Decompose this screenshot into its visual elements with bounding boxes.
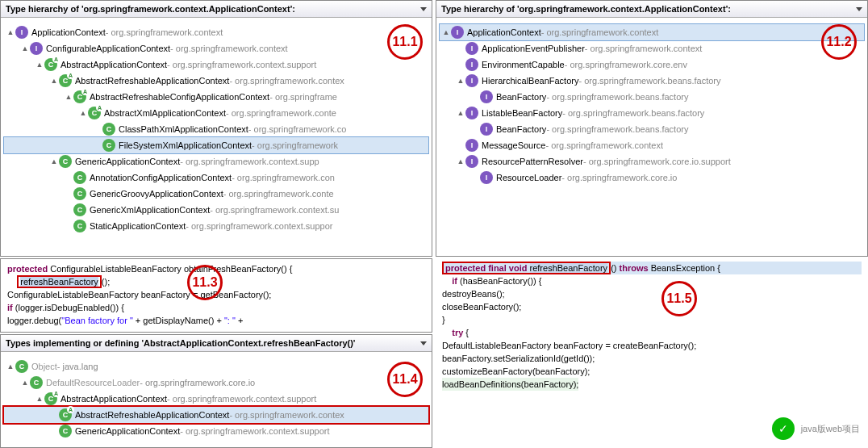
type-name: ApplicationContext [31,24,106,40]
tree-item-BeanFactory[interactable]: IBeanFactory - org.springframework.beans… [440,121,864,137]
tree-item-ResourceLoader[interactable]: IResourceLoader - org.springframework.co… [440,170,864,186]
class-icon: CA [59,408,72,421]
view-menu-icon[interactable] [420,341,427,345]
package-name: - org.springframework.co [248,121,347,137]
twisty-icon[interactable]: ▲ [6,24,15,40]
string-literal: "Bean factory for " [61,316,133,325]
implementors-panel: Types implementing or defining 'Abstract… [0,334,432,448]
package-name: - org.springframework.context.suppor [186,218,332,234]
code-text: (logger.isDebugEnabled()) { [13,303,124,312]
wechat-icon: ✓ [772,417,795,440]
class-icon: C [73,171,86,184]
tree-item-AnnotationConfigApplicationContext[interactable]: CAnnotationConfigApplicationContext - or… [4,170,428,186]
class-icon: C [59,155,72,168]
kw-if: if [452,276,457,286]
package-name: - org.springframework [252,137,338,153]
twisty-icon[interactable]: ▲ [49,73,59,89]
type-hierarchy-panel-supertypes: Type hierarchy of 'org.springframework.c… [436,0,868,257]
tree-item-ListableBeanFactory[interactable]: ▲IListableBeanFactory - org.springframew… [440,105,864,121]
tree-item-GenericApplicationContext[interactable]: CGenericApplicationContext - org.springf… [4,423,428,439]
type-name: ClassPathXmlApplicationContext [119,121,248,137]
kw-if: if [7,303,13,312]
class-icon: CA [44,392,57,405]
tree-item-AbstractRefreshableConfigApplicationContext[interactable]: ▲CAAbstractRefreshableConfigApplicationC… [4,89,428,105]
type-tree[interactable]: ▲IApplicationContext - org.springframewo… [436,18,867,253]
tree-item-ApplicationEventPublisher[interactable]: IApplicationEventPublisher - org.springf… [440,40,864,57]
tree-item-MessageSource[interactable]: IMessageSource - org.springframework.con… [440,137,864,153]
watermark: ✓ java版web项目 [772,417,860,440]
type-hierarchy-panel-subtypes: Type hierarchy of 'org.springframework.c… [0,0,432,257]
package-name: - org.springframework.context [541,24,659,40]
type-name: AbstractRefreshableApplicationContext [75,407,229,423]
twisty-icon[interactable]: ▲ [64,89,73,105]
tree-item-AbstractApplicationContext[interactable]: ▲CAAbstractApplicationContext - org.spri… [4,391,428,407]
code-text: { [463,328,469,337]
type-name: DefaultResourceLoader [46,375,140,391]
view-menu-icon[interactable] [420,7,427,11]
twisty-icon[interactable]: ▲ [456,73,465,89]
tree-item-ApplicationContext[interactable]: ▲IApplicationContext - org.springframewo… [4,24,428,40]
panel-header: Type hierarchy of 'org.springframework.c… [436,1,867,18]
tree-item-DefaultResourceLoader[interactable]: ▲CDefaultResourceLoader - org.springfram… [4,375,428,391]
class-icon: C [59,425,72,438]
type-name: ApplicationEventPublisher [482,40,585,57]
tree-item-AbstractApplicationContext[interactable]: ▲CAAbstractApplicationContext - org.spri… [4,57,428,73]
package-name: - org.springframework.core.io.support [583,153,731,170]
tree-item-GenericXmlApplicationContext[interactable]: CGenericXmlApplicationContext - org.spri… [4,202,428,218]
tree-item-ConfigurableApplicationContext[interactable]: ▲IConfigurableApplicationContext - org.s… [4,40,428,57]
badge-11-1: 11.1 [387,24,423,60]
panel-title: Type hierarchy of 'org.springframework.c… [6,4,295,14]
twisty-icon[interactable]: ▲ [441,24,451,40]
twisty-icon[interactable]: ▲ [456,153,465,170]
call-refreshBeanFactory[interactable]: refreshBeanFactory [20,277,98,287]
code-line: } [442,313,862,326]
badge-11-5: 11.5 [661,281,697,316]
type-name: GenericApplicationContext [75,423,180,439]
tree-item-Object[interactable]: ▲CObject - java.lang [4,358,428,375]
tree-item-AbstractRefreshableApplicationContext[interactable]: ▲CAAbstractRefreshableApplicationContext… [4,73,428,89]
package-name: - org.springframework.contex [229,73,344,89]
type-tree[interactable]: ▲IApplicationContext - org.springframewo… [1,18,432,253]
type-name: MessageSource [482,137,546,153]
twisty-icon[interactable]: ▲ [456,105,465,121]
view-menu-icon[interactable] [856,7,862,11]
interface-icon: I [15,26,28,39]
interface-icon: I [465,74,478,87]
tree-item-AbstractXmlApplicationContext[interactable]: ▲CAAbstractXmlApplicationContext - org.s… [4,105,428,121]
return-type: ConfigurableListableBeanFactory [50,264,182,274]
package-name: - org.springframework.beans.factory [546,121,688,137]
tree-item-GenericGroovyApplicationContext[interactable]: CGenericGroovyApplicationContext - org.s… [4,186,428,202]
type-name: AbstractRefreshableConfigApplicationCont… [90,89,269,105]
package-name: - org.springframework.context.su [210,202,339,218]
twisty-icon[interactable]: ▲ [6,358,15,375]
tree-item-ClassPathXmlApplicationContext[interactable]: CClassPathXmlApplicationContext - org.sp… [4,121,428,137]
tree-item-FileSystemXmlApplicationContext[interactable]: CFileSystemXmlApplicationContext - org.s… [4,137,428,153]
package-name: - org.springframework.context [106,24,223,40]
type-name: BeanFactory [496,121,546,137]
class-icon: C [73,203,86,216]
twisty-icon[interactable]: ▲ [78,105,88,121]
code-line: DefaultListableBeanFactory beanFactory =… [442,339,862,352]
package-name: - org.springframework.context [170,40,288,57]
class-icon: CA [88,107,101,119]
tree-item-HierarchicalBeanFactory[interactable]: ▲IHierarchicalBeanFactory - org.springfr… [440,73,864,89]
tree-item-BeanFactory[interactable]: IBeanFactory - org.springframework.beans… [440,89,864,105]
twisty-icon[interactable]: ▲ [49,153,59,170]
twisty-icon[interactable]: ▲ [35,57,44,73]
twisty-icon[interactable]: ▲ [20,40,30,57]
tree-item-ResourcePatternResolver[interactable]: ▲IResourcePatternResolver - org.springfr… [440,153,864,170]
implementors-tree[interactable]: ▲CObject - java.lang▲CDefaultResourceLoa… [1,352,432,445]
package-name: - org.springframework.beans.factory [562,105,704,121]
tree-item-ApplicationContext[interactable]: ▲IApplicationContext - org.springframewo… [440,24,864,40]
twisty-icon[interactable]: ▲ [35,391,44,407]
tree-item-StaticApplicationContext[interactable]: CStaticApplicationContext - org.springfr… [4,218,428,234]
class-icon: CA [73,90,86,103]
tree-item-GenericApplicationContext[interactable]: ▲CGenericApplicationContext - org.spring… [4,153,428,170]
package-name: - org.springframework.contex [229,407,344,423]
package-name: - org.springframework.core.io [561,170,677,186]
class-icon: CA [44,58,57,71]
type-name: HierarchicalBeanFactory [482,73,578,89]
tree-item-EnvironmentCapable[interactable]: IEnvironmentCapable - org.springframewor… [440,57,864,73]
tree-item-AbstractRefreshableApplicationContext[interactable]: CAAbstractRefreshableApplicationContext … [4,407,428,423]
twisty-icon[interactable]: ▲ [20,375,30,391]
